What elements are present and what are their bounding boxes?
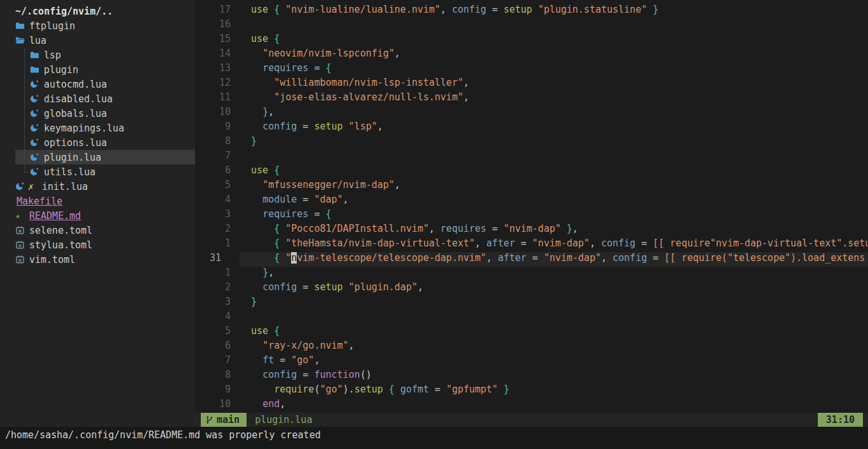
sidebar-item-ftplugin[interactable]: ftplugin — [15, 18, 195, 33]
x-mark-icon: ✗ — [28, 181, 41, 192]
code-line[interactable]: 5 use { — [195, 325, 868, 340]
lua-icon — [30, 152, 43, 162]
line-number: 1 — [195, 238, 240, 252]
sidebar-item-plugin-lua[interactable]: plugin.lua — [15, 150, 195, 164]
file-name: options.lua — [44, 137, 107, 149]
line-number: 13 — [195, 62, 240, 77]
code-line[interactable]: 2 { "Pocco81/DAPInstall.nvim", requires … — [195, 223, 868, 238]
code-line[interactable]: 9 require("go").setup { gofmt = "gpfumpt… — [195, 384, 868, 398]
sidebar-item-utils-lua[interactable]: utils.lua — [15, 164, 195, 179]
file-name: plugin — [44, 64, 78, 76]
toml-icon — [15, 255, 28, 264]
sidebar-item-keymapings-lua[interactable]: keymapings.lua — [15, 121, 195, 135]
git-branch-icon — [205, 415, 214, 424]
line-text: requires = { — [240, 208, 868, 223]
file-name: lsp — [44, 50, 61, 61]
line-number: 14 — [195, 48, 240, 62]
code-line[interactable]: 4 module = "dap", — [195, 194, 868, 208]
file-name: lua — [29, 35, 46, 46]
tree-indent-guide — [24, 77, 30, 91]
line-number: 2 — [195, 223, 240, 238]
code-line[interactable]: 6 use { — [195, 164, 868, 179]
line-text: use { — [240, 164, 868, 179]
code-buffer[interactable]: 17 use { "nvim-lualine/lualine.nvim", co… — [195, 0, 868, 413]
tree-root-path[interactable]: ~/.config/nvim/.. — [15, 4, 195, 18]
code-line[interactable]: 4 — [195, 311, 868, 325]
tree-indent-guide — [24, 121, 30, 135]
line-number: 4 — [195, 311, 240, 325]
sidebar-item-lua[interactable]: lua — [15, 33, 195, 48]
code-line[interactable]: 3 } — [195, 296, 868, 311]
line-text: requires = { — [240, 62, 868, 77]
line-number: 15 — [195, 33, 240, 48]
code-line[interactable]: 1 }, — [195, 267, 868, 281]
line-number: 2 — [195, 281, 240, 296]
sidebar-item-lsp[interactable]: lsp — [15, 48, 195, 62]
code-line[interactable]: 3 requires = { — [195, 208, 868, 223]
line-text: use { — [240, 325, 868, 340]
line-number: 31 — [195, 252, 240, 267]
line-number: 4 — [195, 194, 240, 208]
file-name: selene.toml — [29, 225, 92, 236]
sidebar-item-globals-lua[interactable]: globals.lua — [15, 106, 195, 121]
sidebar-item-plugin[interactable]: plugin — [15, 62, 195, 77]
line-number: 16 — [195, 18, 240, 33]
sidebar-item-stylua-toml[interactable]: stylua.toml — [15, 238, 195, 252]
sidebar-item-selene-toml[interactable]: selene.toml — [15, 223, 195, 238]
statusline-filename: plugin.lua — [255, 414, 312, 426]
file-name: init.lua — [42, 181, 88, 192]
tree-indent-guide — [24, 91, 30, 106]
line-number: 8 — [195, 135, 240, 150]
line-number: 9 — [195, 384, 240, 398]
code-line[interactable]: 14 "neovim/nvim-lspconfig", — [195, 48, 868, 62]
line-text: "neovim/nvim-lspconfig", — [240, 48, 868, 62]
file-tree: ftpluginlualsppluginautocmd.luadisabled.… — [0, 18, 195, 267]
sidebar-item-init-lua[interactable]: ✗init.lua — [15, 179, 195, 194]
code-line-current[interactable]: 31 { "nvim-telescope/telescope-dap.nvim"… — [195, 252, 868, 267]
file-name: autocmd.lua — [44, 79, 107, 90]
lua-icon — [30, 109, 43, 118]
code-line[interactable]: 15 use { — [195, 33, 868, 48]
code-line[interactable]: 1 { "theHamsta/nvim-dap-virtual-text", a… — [195, 238, 868, 252]
code-line[interactable]: 12 "williamboman/nvim-lsp-installer", — [195, 77, 868, 91]
line-number: 12 — [195, 77, 240, 91]
sidebar-item-Makefile[interactable]: Makefile — [15, 194, 195, 208]
line-number: 3 — [195, 208, 240, 223]
code-line[interactable]: 10 }, — [195, 106, 868, 121]
folder-icon — [30, 65, 43, 74]
code-line[interactable]: 8 config = function() — [195, 369, 868, 384]
code-line[interactable]: 17 use { "nvim-lualine/lualine.nvim", co… — [195, 4, 868, 18]
statusline: main plugin.lua 31:10 — [195, 413, 868, 427]
code-line[interactable]: 7 ft = "go", — [195, 354, 868, 369]
line-text: { "Pocco81/DAPInstall.nvim", requires = … — [240, 223, 868, 238]
line-text: "jose-elias-alvarez/null-ls.nvim", — [240, 91, 868, 106]
tree-indent-guide — [24, 135, 30, 150]
code-line[interactable]: 8 } — [195, 135, 868, 150]
line-number: 10 — [195, 398, 240, 413]
code-line[interactable]: 16 — [195, 18, 868, 33]
sidebar-item-vim-toml[interactable]: vim.toml — [15, 252, 195, 267]
line-text: config = setup "lsp", — [240, 121, 868, 135]
code-line[interactable]: 7 — [195, 150, 868, 164]
line-number: 5 — [195, 179, 240, 194]
sidebar-item-README-md[interactable]: ★README.md — [15, 208, 195, 223]
tree-indent-guide — [24, 48, 30, 62]
line-text: { "theHamsta/nvim-dap-virtual-text", aft… — [240, 238, 868, 252]
sidebar-item-autocmd-lua[interactable]: autocmd.lua — [15, 77, 195, 91]
code-line[interactable]: 5 "mfussenegger/nvim-dap", — [195, 179, 868, 194]
code-line[interactable]: 13 requires = { — [195, 62, 868, 77]
line-number: 17 — [195, 4, 240, 18]
file-name: README.md — [29, 210, 81, 222]
file-name: ftplugin — [29, 20, 75, 32]
sidebar-item-options-lua[interactable]: options.lua — [15, 135, 195, 150]
line-text: "mfussenegger/nvim-dap", — [240, 179, 868, 194]
code-line[interactable]: 6 "ray-x/go.nvim", — [195, 340, 868, 354]
lua-icon — [15, 182, 28, 191]
sidebar-item-disabled-lua[interactable]: disabled.lua — [15, 91, 195, 106]
code-line[interactable]: 9 config = setup "lsp", — [195, 121, 868, 135]
code-line[interactable]: 2 config = setup "plugin.dap", — [195, 281, 868, 296]
code-line[interactable]: 11 "jose-elias-alvarez/null-ls.nvim", — [195, 91, 868, 106]
git-branch-indicator: main — [201, 413, 247, 427]
code-line[interactable]: 10 end, — [195, 398, 868, 413]
tree-indent-guide — [24, 106, 30, 121]
